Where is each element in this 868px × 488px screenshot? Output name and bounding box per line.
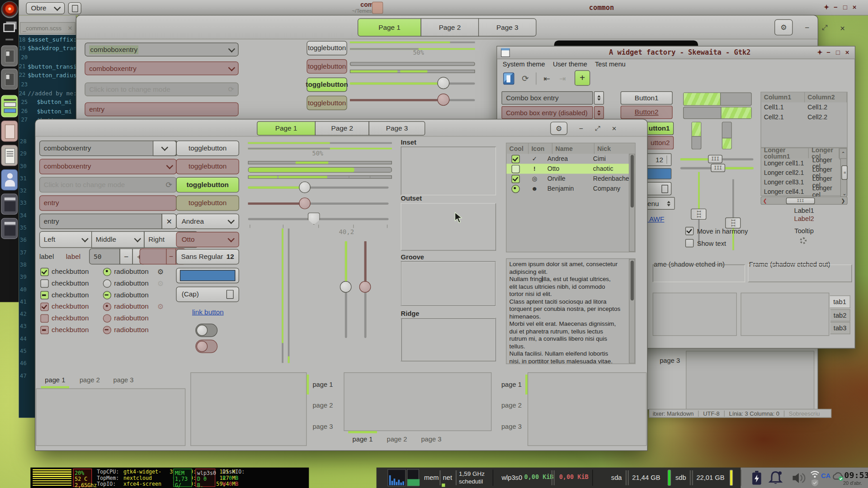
front-headerbar[interactable]: Page 1 Page 2 Page 3 ⚙ − ⤢ × bbox=[35, 119, 647, 136]
gtk2-check-showtext[interactable]: Show text bbox=[685, 239, 726, 247]
menu-test-menu[interactable]: Test menu bbox=[595, 60, 626, 68]
vertical-scrollbar[interactable] bbox=[629, 259, 635, 363]
close-button[interactable]: × bbox=[853, 3, 857, 11]
radio-checked-icon[interactable] bbox=[103, 267, 111, 276]
column-header[interactable]: Column2 bbox=[805, 92, 847, 102]
front-tab-page3[interactable]: Page 3 bbox=[369, 121, 425, 136]
table-cell[interactable]: Cell2.1 bbox=[761, 113, 805, 122]
front-togglebutton-3[interactable]: togglebutton bbox=[176, 177, 239, 192]
chevron-down-icon[interactable] bbox=[228, 45, 236, 52]
common-gear-button[interactable]: ⚙ bbox=[774, 19, 793, 36]
column-header-icon[interactable]: Icon bbox=[528, 143, 552, 154]
scroll-right-button[interactable]: ❯ bbox=[839, 197, 847, 204]
battery-icon[interactable] bbox=[750, 471, 763, 485]
gtk2-minimize-button[interactable]: − bbox=[826, 49, 830, 56]
gtk2-tab3[interactable]: tab3 bbox=[830, 322, 850, 334]
gtk2-table2[interactable]: Longer column1 Longer col ⌃ Longer cell1… bbox=[760, 148, 847, 196]
front-tab-page1[interactable]: Page 1 bbox=[257, 121, 316, 136]
nb1-tab-page2[interactable]: page 2 bbox=[76, 374, 104, 386]
vertical-scrollbar[interactable]: ≡ ⌄ bbox=[840, 158, 847, 197]
front-tab-page2[interactable]: Page 2 bbox=[315, 121, 369, 136]
common-tab-page3[interactable]: Page 3 bbox=[478, 18, 537, 36]
stick-button[interactable]: ✦ bbox=[824, 3, 829, 11]
gtk2-close-button[interactable]: × bbox=[845, 49, 849, 56]
column-header[interactable]: Longer column1 bbox=[761, 148, 809, 158]
column-header-nick[interactable]: Nick bbox=[594, 143, 635, 154]
column-header[interactable]: Column1 bbox=[761, 92, 805, 102]
checkbox-unchecked-icon[interactable] bbox=[511, 164, 519, 173]
net-graph[interactable] bbox=[407, 469, 419, 486]
common-headerbar[interactable]: Page 1 Page 2 Page 3 ⚙ − ⤢ × bbox=[76, 15, 818, 39]
new-tab-button[interactable] bbox=[68, 2, 81, 14]
table-cell[interactable]: Cell2.2 bbox=[805, 113, 847, 122]
spin-minus-button[interactable]: − bbox=[119, 249, 132, 265]
nb3-tab-page3[interactable]: page 3 bbox=[417, 433, 446, 446]
toolbar-sound-icon[interactable] bbox=[503, 72, 514, 84]
gtk2-hslider-2[interactable]: III bbox=[680, 164, 754, 173]
table-cell[interactable]: Longer cell4.1 bbox=[761, 187, 810, 196]
nb2-tab-page3[interactable]: page 3 bbox=[309, 417, 336, 436]
dock-item-file1[interactable] bbox=[1, 45, 18, 66]
common-notebook-tab-page3[interactable]: page 3 bbox=[654, 353, 686, 368]
editor-tab[interactable]: _common.scss ✕ bbox=[20, 22, 75, 34]
front-link-button[interactable]: link button bbox=[192, 308, 224, 316]
panel-sdb-label[interactable]: sdb bbox=[675, 474, 686, 481]
keyboard-layout[interactable]: CA bbox=[821, 472, 830, 479]
gtk2-button1[interactable]: Button1 bbox=[621, 91, 673, 104]
front-spinbutton[interactable]: 50 − + bbox=[89, 249, 146, 264]
common-maximize-button[interactable]: ⤢ bbox=[820, 21, 830, 34]
table-cell[interactable]: Cell1.2 bbox=[805, 103, 847, 113]
cpu-graph[interactable] bbox=[387, 469, 406, 486]
front-color-button[interactable] bbox=[176, 268, 239, 283]
dock-item-user[interactable] bbox=[1, 169, 18, 191]
front-combo-name[interactable]: Andrea bbox=[176, 214, 239, 229]
menu-user-theme[interactable]: User theme bbox=[553, 60, 587, 68]
minimize-button[interactable]: − bbox=[834, 3, 838, 11]
gtk2-table1[interactable]: Column1 Column2 Cell1.1 Cell1.2 Cell2.1 … bbox=[760, 92, 847, 148]
column-header-cool[interactable]: Cool bbox=[506, 143, 528, 154]
checkbox-mixed-icon[interactable] bbox=[40, 291, 48, 299]
front-close-button[interactable]: × bbox=[609, 122, 619, 135]
gtk2-hslider-1[interactable]: III bbox=[680, 155, 754, 164]
gtk2-maximize-button[interactable]: □ bbox=[836, 49, 840, 56]
notification-bell-icon[interactable] bbox=[769, 471, 783, 485]
panel-sda-label[interactable]: sda bbox=[611, 474, 622, 481]
front-vslider-1[interactable] bbox=[340, 241, 352, 338]
gtk2-combo-spin[interactable] bbox=[594, 91, 604, 104]
hal-eye-icon[interactable] bbox=[1, 1, 18, 18]
table-cell[interactable]: Longer cell3.1 bbox=[761, 177, 810, 187]
nb4-tab-page2[interactable]: page 2 bbox=[498, 396, 525, 416]
menu-system-theme[interactable]: System theme bbox=[503, 60, 545, 68]
nb4-tab-page3[interactable]: page 3 bbox=[498, 417, 525, 436]
cpu-freq-label[interactable]: 1,59 GHz schedutil bbox=[459, 470, 485, 485]
common-togglebutton-1[interactable]: togglebutton bbox=[307, 41, 347, 56]
front-entry[interactable]: entry bbox=[39, 214, 162, 229]
radio-unchecked-icon[interactable] bbox=[103, 279, 111, 287]
wifi-icon[interactable] bbox=[810, 470, 820, 478]
nb3-tab-page1[interactable]: page 1 bbox=[348, 433, 377, 446]
toolbar-refresh-icon[interactable]: ⟳ bbox=[520, 72, 531, 84]
nb3-tab-page2[interactable]: page 2 bbox=[382, 433, 411, 446]
gtk2-hscrollbar[interactable]: ❮ III ❯ bbox=[760, 197, 847, 205]
dock-item-terminal2[interactable] bbox=[1, 218, 18, 239]
table-cell[interactable]: Longer cel bbox=[810, 187, 840, 196]
gear-icon[interactable]: ⚙ bbox=[157, 268, 164, 275]
radio-checked-icon[interactable] bbox=[511, 184, 519, 192]
common-minimize-button[interactable]: − bbox=[802, 21, 812, 34]
combo-middle[interactable]: Middle bbox=[91, 231, 145, 248]
table-row[interactable]: ☻ Benjamin Company bbox=[506, 184, 635, 194]
gtk2-titlebar[interactable]: A widget factory - Skewaita - Gtk2 ✦ − □… bbox=[497, 47, 855, 59]
checkbox-checked-icon[interactable] bbox=[511, 174, 519, 183]
front-maximize-button[interactable]: ⤢ bbox=[593, 122, 602, 135]
nb1-tab-page3[interactable]: page 3 bbox=[109, 374, 137, 386]
windows-stack-icon[interactable] bbox=[3, 23, 15, 32]
gtk2-vslider-2[interactable]: III bbox=[727, 179, 740, 250]
front-togglebutton-1[interactable]: togglebutton bbox=[176, 141, 239, 156]
front-file-button[interactable]: (Cap) bbox=[176, 286, 239, 302]
common-slider-1[interactable] bbox=[350, 75, 475, 91]
dock-item-notes[interactable] bbox=[1, 121, 18, 142]
nb1-tab-page1[interactable]: page 1 bbox=[41, 374, 69, 386]
radio-mixed-icon[interactable] bbox=[103, 291, 111, 299]
vertical-scrollbar[interactable] bbox=[629, 154, 635, 252]
volume-icon[interactable] bbox=[792, 471, 806, 484]
